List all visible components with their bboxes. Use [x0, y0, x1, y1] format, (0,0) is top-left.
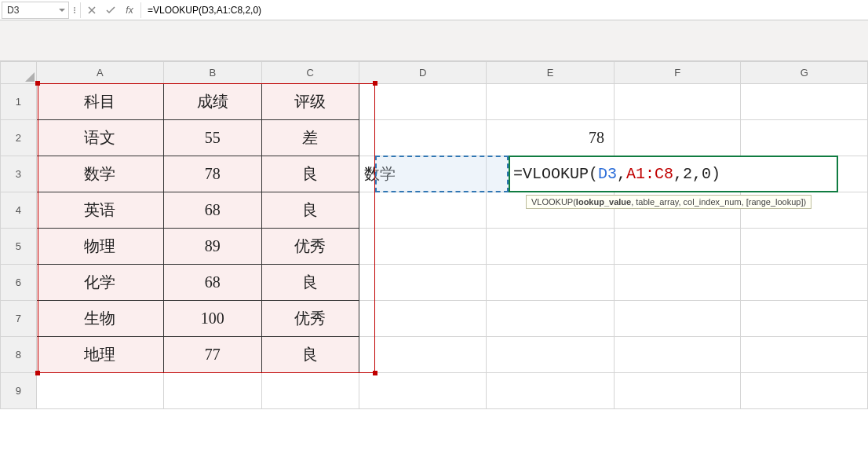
- separator: [80, 2, 81, 18]
- ribbon-collapsed-area: [0, 20, 868, 61]
- cell-B2[interactable]: 55: [163, 120, 261, 156]
- cell-C1[interactable]: 评级: [261, 84, 359, 120]
- cell-A7[interactable]: 生物: [36, 301, 163, 337]
- name-box[interactable]: D3: [2, 2, 69, 19]
- name-box-value: D3: [7, 5, 19, 16]
- formula-token-func: =VLOOKUP(: [513, 165, 598, 183]
- spreadsheet[interactable]: A B C D E F G 1 科目 成绩 评级 2 语文 55 差 78: [0, 61, 868, 409]
- cell-A9[interactable]: [36, 373, 163, 409]
- formula-token-tail: ,2,0): [673, 165, 720, 183]
- cell-D2[interactable]: [359, 120, 486, 156]
- cell-B7[interactable]: 100: [163, 301, 261, 337]
- enter-button[interactable]: [101, 2, 120, 19]
- select-all-icon: [25, 72, 35, 82]
- cell-C4[interactable]: 良: [261, 192, 359, 229]
- cell-B1[interactable]: 成绩: [163, 84, 261, 120]
- x-icon: [88, 6, 96, 14]
- cell-E2[interactable]: 78: [487, 120, 615, 156]
- cell-A6[interactable]: 化学: [36, 265, 163, 301]
- cell-D4[interactable]: [359, 192, 486, 229]
- cell-D6[interactable]: [359, 265, 486, 301]
- cell-F6[interactable]: [614, 265, 740, 301]
- cell-G6[interactable]: [741, 265, 868, 301]
- cell-A2[interactable]: 语文: [36, 120, 163, 156]
- cancel-button[interactable]: [82, 2, 101, 19]
- col-head-A[interactable]: A: [36, 62, 163, 84]
- cell-A5[interactable]: 物理: [36, 229, 163, 265]
- cell-G2[interactable]: [741, 120, 868, 156]
- cell-A8[interactable]: 地理: [36, 337, 163, 373]
- row-head-4[interactable]: 4: [1, 192, 37, 229]
- cell-B6[interactable]: 68: [163, 265, 261, 301]
- col-head-F[interactable]: F: [614, 62, 740, 84]
- cell-G8[interactable]: [741, 337, 868, 373]
- cell-C3[interactable]: 良: [261, 156, 359, 192]
- cell-D5[interactable]: [359, 229, 486, 265]
- cell-B8[interactable]: 77: [163, 337, 261, 373]
- row-head-1[interactable]: 1: [1, 84, 37, 120]
- row-head-8[interactable]: 8: [1, 337, 37, 373]
- cell-E9[interactable]: [487, 373, 615, 409]
- cell-F8[interactable]: [614, 337, 740, 373]
- row-head-6[interactable]: 6: [1, 265, 37, 301]
- row-head-2[interactable]: 2: [1, 120, 37, 156]
- formula-input[interactable]: [143, 2, 868, 19]
- cell-A3[interactable]: 数学: [36, 156, 163, 192]
- cell-F7[interactable]: [614, 301, 740, 337]
- cell-C8[interactable]: 良: [261, 337, 359, 373]
- cell-G1[interactable]: [741, 84, 868, 120]
- cell-B3[interactable]: 78: [163, 156, 261, 192]
- cell-G7[interactable]: [741, 301, 868, 337]
- cell-B4[interactable]: 68: [163, 192, 261, 229]
- cell-C5[interactable]: 优秀: [261, 229, 359, 265]
- row-head-5[interactable]: 5: [1, 229, 37, 265]
- cell-C7[interactable]: 优秀: [261, 301, 359, 337]
- row-head-9[interactable]: 9: [1, 373, 37, 409]
- grid[interactable]: A B C D E F G 1 科目 成绩 评级 2 语文 55 差 78: [0, 61, 868, 409]
- cell-E7[interactable]: [487, 301, 615, 337]
- cell-F5[interactable]: [614, 229, 740, 265]
- cell-D9[interactable]: [359, 373, 486, 409]
- cell-A4[interactable]: 英语: [36, 192, 163, 229]
- check-icon: [106, 6, 115, 14]
- cell-E1[interactable]: [487, 84, 615, 120]
- col-head-D[interactable]: D: [359, 62, 486, 84]
- formula-token-ref1: D3: [598, 165, 617, 183]
- cell-B5[interactable]: 89: [163, 229, 261, 265]
- cell-editor-E3[interactable]: =VLOOKUP(D3,A1:C8,2,0): [509, 156, 838, 192]
- select-all-corner[interactable]: [1, 62, 37, 84]
- formula-token-sep: ,: [617, 165, 626, 183]
- drag-handle-icon[interactable]: [71, 7, 78, 13]
- cell-A1[interactable]: 科目: [36, 84, 163, 120]
- cell-G5[interactable]: [741, 229, 868, 265]
- cell-C2[interactable]: 差: [261, 120, 359, 156]
- cell-F2[interactable]: [614, 120, 740, 156]
- chevron-down-icon[interactable]: [59, 9, 65, 12]
- cell-D7[interactable]: [359, 301, 486, 337]
- separator: [140, 2, 141, 18]
- cell-B9[interactable]: [163, 373, 261, 409]
- fx-label[interactable]: fx: [120, 5, 139, 16]
- col-head-C[interactable]: C: [261, 62, 359, 84]
- cell-E6[interactable]: [487, 265, 615, 301]
- function-tooltip: VLOOKUP(lookup_value, table_array, col_i…: [526, 195, 811, 209]
- cell-C6[interactable]: 良: [261, 265, 359, 301]
- cell-D1[interactable]: [359, 84, 486, 120]
- tooltip-fn: VLOOKUP(: [531, 197, 576, 207]
- cell-D8[interactable]: [359, 337, 486, 373]
- cell-F9[interactable]: [614, 373, 740, 409]
- cell-D3[interactable]: 数学: [359, 156, 486, 192]
- row-head-7[interactable]: 7: [1, 301, 37, 337]
- formula-bar: D3 fx: [0, 0, 868, 20]
- cell-E8[interactable]: [487, 337, 615, 373]
- col-head-B[interactable]: B: [163, 62, 261, 84]
- col-head-G[interactable]: G: [741, 62, 868, 84]
- formula-token-ref2: A1:C8: [626, 165, 673, 183]
- cell-E5[interactable]: [487, 229, 615, 265]
- cell-C9[interactable]: [261, 373, 359, 409]
- cell-G9[interactable]: [741, 373, 868, 409]
- row-head-3[interactable]: 3: [1, 156, 37, 192]
- cell-F1[interactable]: [614, 84, 740, 120]
- col-head-E[interactable]: E: [487, 62, 615, 84]
- tooltip-active-arg: lookup_value: [576, 197, 631, 207]
